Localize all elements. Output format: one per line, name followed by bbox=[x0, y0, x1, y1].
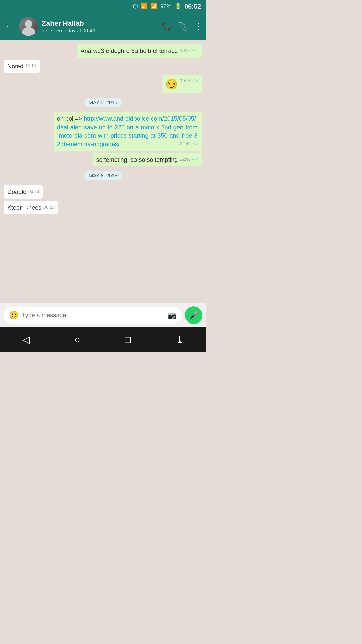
header-actions: 📞 📎 ⋮ bbox=[162, 22, 202, 31]
chat-area: Ana we3fe deghre 3a beib el terrace 10:1… bbox=[0, 40, 206, 303]
back-button[interactable]: ← bbox=[4, 20, 15, 33]
message-text: Kteer rkhees bbox=[7, 204, 41, 211]
recents-nav-icon[interactable]: □ bbox=[125, 334, 131, 345]
message-bubble: Noted 10:16 bbox=[4, 60, 40, 73]
message-row: Noted 10:16 bbox=[4, 60, 202, 73]
contact-name: Zaher Hallab bbox=[42, 19, 158, 27]
avatar[interactable] bbox=[19, 17, 38, 36]
battery-icon: 🔋 bbox=[175, 3, 182, 10]
contact-status: last seen today at 00:43 bbox=[42, 28, 158, 34]
message-bubble: Doable 06:23 bbox=[4, 185, 43, 199]
message-time: 10:16 bbox=[25, 63, 36, 69]
message-text: so tempting, so so so tempting bbox=[96, 156, 178, 163]
message-row: Doable 06:23 bbox=[4, 185, 202, 199]
message-row: Ana we3fe deghre 3a beib el terrace 10:1… bbox=[4, 44, 202, 58]
date-text: MAY 5, 2015 bbox=[84, 98, 122, 107]
mic-icon: 🎤 bbox=[189, 311, 198, 320]
message-time: 10:15 bbox=[180, 48, 199, 54]
message-row: oh boi => http://www.androidpolice.com/2… bbox=[4, 112, 202, 151]
message-text: Ana we3fe deghre 3a beib el terrace bbox=[81, 47, 178, 54]
message-bubble: 😏 10:16 bbox=[162, 75, 202, 93]
home-nav-icon[interactable]: ○ bbox=[74, 334, 80, 345]
message-time: 10:16 bbox=[180, 78, 199, 84]
message-time: 06:23 bbox=[28, 189, 39, 195]
message-bubble: Kteer rkhees 06:23 bbox=[4, 201, 58, 214]
message-bubble: Ana we3fe deghre 3a beib el terrace 10:1… bbox=[77, 44, 202, 58]
message-bubble: so tempting, so so so tempting 22:46 bbox=[93, 153, 202, 167]
status-bar: ⬡ 📶 📶 98% 🔋 06:52 bbox=[0, 0, 206, 13]
message-input[interactable] bbox=[22, 312, 165, 319]
call-icon[interactable]: 📞 bbox=[162, 22, 172, 31]
message-row: Kteer rkhees 06:23 bbox=[4, 201, 202, 214]
time: 06:52 bbox=[185, 3, 201, 10]
message-time: 22:46 bbox=[180, 156, 199, 163]
camera-button[interactable]: 📷 bbox=[168, 311, 177, 319]
wifi-icon: 📶 bbox=[141, 3, 148, 10]
chat-header: ← Zaher Hallab last seen today at 00:43 … bbox=[0, 13, 206, 40]
battery-percent: 98% bbox=[160, 3, 171, 10]
attachment-icon[interactable]: 📎 bbox=[178, 22, 188, 31]
date-separator: MAY 5, 2015 bbox=[4, 98, 202, 107]
more-options-icon[interactable]: ⋮ bbox=[194, 22, 202, 31]
back-nav-icon[interactable]: ◁ bbox=[22, 334, 30, 345]
message-row: so tempting, so so so tempting 22:46 bbox=[4, 153, 202, 167]
message-text: Doable bbox=[7, 188, 26, 195]
date-separator: MAY 6, 2015 bbox=[4, 171, 202, 180]
contact-info[interactable]: Zaher Hallab last seen today at 00:43 bbox=[42, 19, 158, 34]
bluetooth-icon: ⬡ bbox=[133, 3, 138, 10]
input-bar: 🙂 📷 🎤 bbox=[0, 303, 206, 327]
message-text-prefix: oh boi => bbox=[57, 115, 84, 122]
menu-nav-icon[interactable]: ⤓ bbox=[176, 334, 184, 345]
message-bubble: oh boi => http://www.androidpolice.com/2… bbox=[54, 112, 203, 151]
message-time: 06:23 bbox=[43, 204, 54, 210]
date-text: MAY 6, 2015 bbox=[84, 171, 122, 180]
message-input-field[interactable]: 🙂 📷 bbox=[4, 307, 182, 324]
message-text: Noted bbox=[7, 63, 23, 70]
emoji-button[interactable]: 🙂 bbox=[9, 310, 19, 320]
message-time: 22:46 bbox=[180, 141, 199, 147]
signal-icon: 📶 bbox=[151, 3, 157, 10]
nav-bar: ◁ ○ □ ⤓ bbox=[0, 327, 206, 352]
message-row: 😏 10:16 bbox=[4, 75, 202, 93]
message-emoji: 😏 bbox=[165, 78, 178, 90]
mic-button[interactable]: 🎤 bbox=[185, 306, 202, 324]
